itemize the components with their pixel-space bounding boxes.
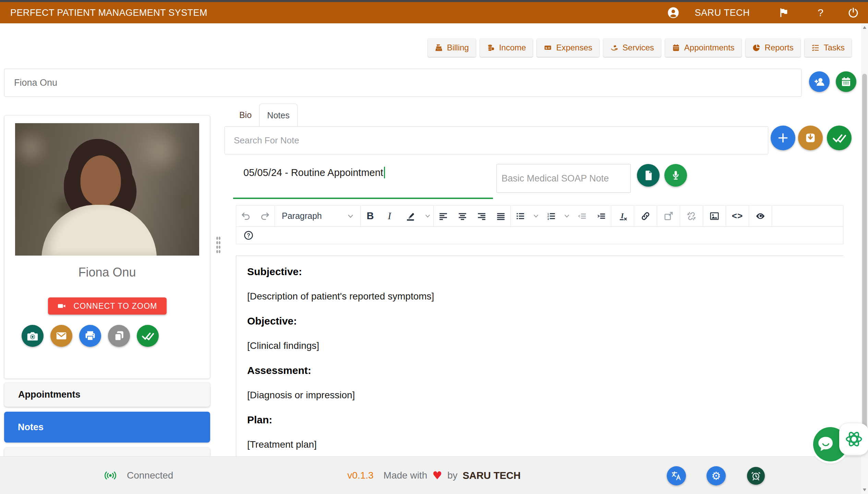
align-left-button[interactable] <box>434 205 453 226</box>
soap-heading-subjective: Subjective: <box>247 266 836 278</box>
reminders-button[interactable] <box>747 467 765 485</box>
align-justify-icon <box>496 212 506 221</box>
schedule-appointment-button[interactable] <box>836 71 856 92</box>
patient-search-input[interactable] <box>4 69 801 97</box>
copy-button[interactable] <box>108 325 130 347</box>
indent-button[interactable] <box>592 205 611 226</box>
editor-help-button[interactable]: ? <box>239 227 258 244</box>
note-title-underline <box>233 198 493 199</box>
redo-icon <box>260 211 270 221</box>
clear-formatting-icon: I <box>617 211 628 221</box>
connect-to-zoom-button[interactable]: CONNECT TO ZOOM <box>48 297 167 315</box>
tab-bio[interactable]: Bio <box>232 104 259 126</box>
nav-appointments-button[interactable]: Appointments <box>665 38 742 57</box>
highlight-button[interactable] <box>399 205 422 226</box>
highlight-color-menu[interactable] <box>422 205 433 226</box>
bullet-list-menu[interactable] <box>530 205 542 226</box>
add-note-button[interactable] <box>771 126 795 150</box>
nav-expenses-button[interactable]: $ Expenses <box>537 38 599 57</box>
preview-button[interactable] <box>749 205 772 226</box>
bold-glyph: B <box>367 210 374 222</box>
patient-name: Fiona Onu <box>4 265 210 280</box>
brand-logo-badge[interactable] <box>839 423 868 455</box>
undo-button[interactable] <box>236 205 255 226</box>
patient-card: Fiona Onu CONNECT TO ZOOM <box>4 115 210 379</box>
power-icon[interactable] <box>847 7 859 19</box>
nav-billing-button[interactable]: Billing <box>428 38 476 57</box>
made-with-label: Made with <box>384 470 427 481</box>
soap-heading-plan: Plan: <box>247 414 836 426</box>
email-button[interactable] <box>50 325 72 347</box>
person-circle-icon <box>667 7 679 19</box>
unlink-button[interactable] <box>680 205 703 226</box>
translate-button[interactable] <box>667 466 686 485</box>
calendar-icon <box>672 44 680 52</box>
dictate-note-button[interactable] <box>664 164 687 187</box>
soap-body-objective: [Clinical findings] <box>247 340 836 352</box>
svg-text:$: $ <box>545 46 547 50</box>
note-search-input[interactable] <box>225 126 768 154</box>
paragraph-style-select[interactable]: Paragraph <box>275 205 361 226</box>
nav-tasks-button[interactable]: Tasks <box>805 38 852 57</box>
microphone-icon <box>670 169 682 181</box>
nav-label: Appointments <box>684 43 735 52</box>
tab-notes[interactable]: Notes <box>259 104 298 127</box>
gear-icon: ⚙ <box>711 471 721 481</box>
add-patient-button[interactable] <box>809 71 830 92</box>
bullet-list-button[interactable] <box>511 205 530 226</box>
patient-photo <box>15 123 199 256</box>
account-icon[interactable] <box>667 7 679 19</box>
import-note-button[interactable] <box>798 126 823 150</box>
editor-toolbar: Paragraph B I <box>236 205 843 244</box>
sidebar-appointments-label: Appointments <box>18 389 81 400</box>
italic-button[interactable]: I <box>380 205 399 226</box>
chevron-down-icon <box>348 214 353 218</box>
note-template-input[interactable] <box>496 164 631 193</box>
numbered-list-menu[interactable] <box>561 205 572 226</box>
scrollbar-up-arrow[interactable] <box>863 26 866 29</box>
svg-text:?: ? <box>247 233 250 238</box>
account-name[interactable]: SARU TECH <box>695 8 750 18</box>
print-button[interactable] <box>79 325 101 347</box>
insert-link-button[interactable] <box>634 205 657 226</box>
bold-button[interactable]: B <box>361 205 380 226</box>
save-note-button[interactable] <box>827 126 852 150</box>
printer-icon <box>84 329 97 342</box>
numbered-list-button[interactable]: 123 <box>542 205 561 226</box>
nav-reports-button[interactable]: Reports <box>746 38 800 57</box>
align-justify-button[interactable] <box>491 205 510 226</box>
clear-formatting-button[interactable]: I <box>611 205 634 226</box>
align-right-icon <box>477 212 486 221</box>
eye-icon <box>755 211 766 221</box>
chat-bubble-icon <box>817 435 836 454</box>
help-icon[interactable]: ? <box>818 7 823 19</box>
translate-icon <box>671 470 682 481</box>
sidebar-item-notes[interactable]: Notes <box>4 412 210 443</box>
note-title-field[interactable]: 05/05/24 - Routine Appointment <box>243 167 385 178</box>
source-code-button[interactable]: <> <box>726 205 749 226</box>
align-right-button[interactable] <box>472 205 491 226</box>
scrollbar-down-arrow[interactable] <box>863 489 866 491</box>
panel-resize-handle[interactable] <box>216 236 221 253</box>
camera-icon <box>26 329 39 342</box>
chevron-down-icon <box>533 214 539 218</box>
open-link-button[interactable] <box>657 205 680 226</box>
pie-chart-icon <box>752 44 761 52</box>
apply-template-button[interactable] <box>637 164 660 187</box>
nav-services-button[interactable]: Services <box>603 38 661 57</box>
outdent-button[interactable] <box>572 205 592 226</box>
scrollbar-thumb[interactable] <box>862 74 867 435</box>
redo-button[interactable] <box>255 205 275 226</box>
flag-icon[interactable] <box>778 7 789 18</box>
photo-capture-button[interactable] <box>22 325 44 347</box>
nav-label: Billing <box>447 43 469 52</box>
soap-heading-objective: Objective: <box>247 315 836 327</box>
align-center-button[interactable] <box>453 205 472 226</box>
nav-income-button[interactable]: Income <box>480 38 533 57</box>
sidebar-item-appointments[interactable]: Appointments <box>4 382 210 407</box>
settings-button[interactable]: ⚙ <box>707 466 726 485</box>
insert-image-button[interactable] <box>703 205 726 226</box>
plus-icon <box>777 132 789 144</box>
paragraph-style-label: Paragraph <box>282 211 322 221</box>
mark-done-button[interactable] <box>137 325 159 347</box>
